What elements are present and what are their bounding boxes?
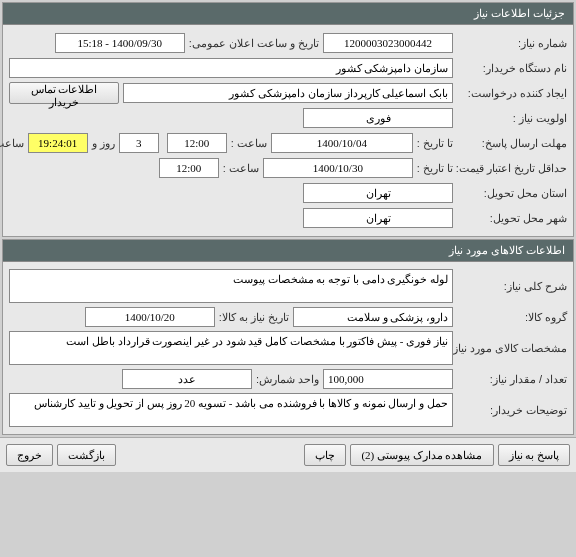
back-button[interactable]: بازگشت <box>57 444 116 466</box>
items-panel: اطلاعات کالاهای مورد نیاز شرح کلی نیاز: … <box>2 239 574 435</box>
price-validity-label: حداقل تاریخ اعتبار قیمت: <box>457 162 567 175</box>
unit-label: واحد شمارش: <box>256 373 319 386</box>
need-no-field <box>323 33 453 53</box>
goods-group-label: گروه کالا: <box>457 311 567 324</box>
deadline-time-field <box>167 133 227 153</box>
creator-label: ایجاد کننده درخواست: <box>457 87 567 100</box>
attachments-button[interactable]: مشاهده مدارک پیوستی (2) <box>350 444 493 466</box>
time-remaining-field <box>28 133 88 153</box>
reply-button[interactable]: پاسخ به نیاز <box>498 444 571 466</box>
hours-remain-label: ساعت باقی مانده <box>0 137 24 150</box>
items-header: اطلاعات کالاهای مورد نیاز <box>3 240 573 262</box>
at-time2-label: ساعت : <box>223 162 259 175</box>
priority-label: اولویت نیاز : <box>457 112 567 125</box>
footer-toolbar: پاسخ به نیاز مشاهده مدارک پیوستی (2) چاپ… <box>0 437 576 472</box>
need-desc-field[interactable] <box>9 269 453 303</box>
buyer-contact-button[interactable]: اطلاعات تماس خریدار <box>9 82 119 104</box>
need-desc-label: شرح کلی نیاز: <box>457 280 567 293</box>
at-time-label: ساعت : <box>231 137 267 150</box>
buyer-org-field <box>9 58 453 78</box>
priority-field <box>303 108 453 128</box>
delivery-city-label: شهر محل تحویل: <box>457 212 567 225</box>
reply-deadline-label: مهلت ارسال پاسخ: <box>457 137 567 150</box>
until-date-label: تا تاریخ : <box>417 137 453 150</box>
unit-field <box>122 369 252 389</box>
need-details-panel: جزئیات اطلاعات نیاز شماره نیاز: تاریخ و … <box>2 2 574 237</box>
until-date2-label: تا تاریخ : <box>417 162 453 175</box>
public-announce-label: تاریخ و ساعت اعلان عمومی: <box>189 37 319 50</box>
need-date-label: تاریخ نیاز به کالا: <box>219 311 289 324</box>
delivery-province-label: استان محل تحویل: <box>457 187 567 200</box>
print-button[interactable]: چاپ <box>304 444 346 466</box>
delivery-province-field <box>303 183 453 203</box>
item-spec-field[interactable] <box>9 331 453 365</box>
days-remaining-field <box>119 133 159 153</box>
need-no-label: شماره نیاز: <box>457 37 567 50</box>
buyer-org-label: نام دستگاه خریدار: <box>457 62 567 75</box>
item-spec-label: مشخصات کالای مورد نیاز: <box>457 342 567 355</box>
days-and-label: روز و <box>92 137 115 150</box>
need-date-field <box>85 307 215 327</box>
creator-field <box>123 83 453 103</box>
goods-group-field <box>293 307 453 327</box>
need-info-header: جزئیات اطلاعات نیاز <box>3 3 573 25</box>
public-announce-field <box>55 33 185 53</box>
exit-button[interactable]: خروج <box>6 444 53 466</box>
deadline-date-field <box>271 133 413 153</box>
validity-date-field <box>263 158 413 178</box>
qty-label: تعداد / مقدار نیاز: <box>457 373 567 386</box>
validity-time-field <box>159 158 219 178</box>
delivery-city-field <box>303 208 453 228</box>
buyer-notes-field[interactable] <box>9 393 453 427</box>
buyer-notes-label: توضیحات خریدار: <box>457 404 567 417</box>
qty-field <box>323 369 453 389</box>
